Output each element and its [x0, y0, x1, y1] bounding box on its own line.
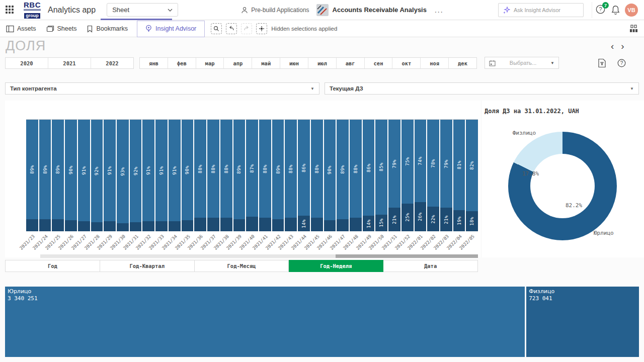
treemap-block-Юрлицо[interactable]: Юрлицо3 340 251	[5, 287, 525, 357]
tab-Год[interactable]: Год	[5, 260, 100, 272]
bar-2021/42[interactable]: 89%	[272, 120, 284, 231]
notifications-button[interactable]	[611, 5, 620, 15]
month-filter-апр[interactable]: апр	[223, 58, 252, 68]
bar-2021/36[interactable]: 88%	[194, 120, 206, 231]
bar-2021/50[interactable]: 85%15%	[375, 120, 387, 231]
lightbulb-pin-icon	[145, 25, 152, 33]
month-filter-июл[interactable]: июл	[308, 58, 336, 68]
sheet-help-button[interactable]: ?	[617, 59, 626, 67]
sheet-selector-dropdown[interactable]: Sheet	[107, 3, 178, 17]
month-filter-янв[interactable]: янв	[140, 58, 168, 68]
year-filter-2021[interactable]: 2021	[48, 58, 91, 68]
bar-2022/05[interactable]: 82%18%	[466, 120, 478, 231]
bar-2022/02[interactable]: 78%22%	[427, 120, 439, 231]
tab-Год-Месяц[interactable]: Год-Месяц	[195, 260, 289, 272]
sheet-toolbar: Assets Sheets Bookmarks Insight Advisor	[0, 21, 644, 37]
bar-2021/31[interactable]: 92%	[130, 120, 142, 231]
user-avatar[interactable]: VB	[625, 4, 638, 17]
bar-2021/27[interactable]: 91%	[78, 120, 90, 231]
bar-2021/29[interactable]: 91%	[104, 120, 116, 231]
bar-2021/33[interactable]: 91%	[155, 120, 168, 231]
tab-Год-Неделя[interactable]: Год-Неделя	[289, 260, 383, 272]
treemap-label: Юрлицо3 340 251	[8, 288, 38, 302]
assets-button[interactable]: Assets	[0, 21, 41, 37]
stacked-bars: 89%89%89%90%91%92%91%93%92%91%91%91%90%8…	[26, 119, 478, 231]
donut-slice-value-fizlico: 17.8%	[522, 170, 539, 177]
next-sheet-button[interactable]: ›	[621, 41, 624, 51]
bar-top-label: 91%	[146, 166, 151, 175]
donut-slice-label-yurlico: Юрлицо	[594, 230, 614, 236]
donut-chart[interactable]	[508, 132, 617, 240]
tab-Дата[interactable]: Дата	[383, 260, 478, 272]
filter-label: Тип контрагента	[10, 85, 57, 92]
chart-scrollbar[interactable]	[40, 254, 478, 258]
clear-selections-button[interactable]	[256, 23, 267, 34]
month-filter-авг[interactable]: авг	[336, 58, 364, 68]
bar-2021/28[interactable]: 92%	[91, 120, 103, 231]
sheet-layout-button[interactable]	[629, 25, 638, 33]
bar-2021/45[interactable]: 88%	[311, 120, 323, 231]
bar-2021/24[interactable]: 89%	[39, 120, 51, 231]
svg-text:?: ?	[599, 6, 602, 12]
bar-2021/48[interactable]: 88%	[350, 120, 362, 231]
bar-2021/47[interactable]: 89%	[337, 120, 349, 231]
bar-2021/34[interactable]: 91%	[169, 120, 181, 231]
step-forward-button[interactable]	[241, 23, 252, 34]
sheet-page-title: ДОЛЯ	[6, 38, 46, 54]
smart-search-button[interactable]	[211, 23, 222, 34]
insight-advisor-search[interactable]: Ask Insight Advisor	[498, 3, 584, 17]
month-filter-июн[interactable]: июн	[280, 58, 308, 68]
bar-2021/40[interactable]: 87%	[246, 120, 258, 231]
bookmarks-button[interactable]: Bookmarks	[82, 21, 133, 37]
bar-2021/35[interactable]: 90%	[182, 120, 194, 231]
bar-2022/04[interactable]: 81%19%	[453, 120, 465, 231]
bar-2021/25[interactable]: 89%	[52, 120, 64, 231]
month-filter-окт[interactable]: окт	[392, 58, 420, 68]
treemap-block-Физлицо[interactable]: Физлицо723 041	[526, 287, 639, 357]
document-filter-icon	[598, 58, 606, 68]
bar-2021/44[interactable]: 86%14%	[298, 120, 310, 231]
bar-2021/38[interactable]: 88%	[220, 120, 232, 231]
prev-sheet-button[interactable]: ‹	[611, 41, 614, 51]
year-filter-2022[interactable]: 2022	[91, 58, 133, 68]
month-filter-май[interactable]: май	[252, 58, 280, 68]
tab-Год-Квартал[interactable]: Год-Квартал	[100, 260, 195, 272]
bar-2021/26[interactable]: 90%	[65, 120, 77, 231]
bar-top-label: 88%	[198, 164, 203, 173]
bar-2021/49[interactable]: 86%14%	[363, 120, 375, 231]
bar-top-label: 91%	[159, 166, 164, 175]
bar-2021/52[interactable]: 75%25%	[401, 120, 414, 231]
bar-2022/01[interactable]: 74%26%	[415, 120, 427, 231]
app-launcher-icon[interactable]	[6, 6, 15, 15]
filter-label: Текущая ДЗ	[330, 85, 363, 92]
help-button[interactable]: ? 7	[596, 5, 607, 16]
filter-current-receivables[interactable]: Текущая ДЗ ▼	[325, 82, 639, 95]
prebuild-applications-button[interactable]: Pre-build Applications	[241, 7, 309, 14]
date-picker-dropdown[interactable]: Выбрать... ▼	[485, 57, 559, 69]
selections-document-button[interactable]	[598, 58, 606, 68]
month-filter-дек[interactable]: дек	[448, 58, 476, 68]
step-back-button[interactable]	[226, 23, 237, 34]
bar-2022/03[interactable]: 79%21%	[440, 120, 452, 231]
bar-2021/32[interactable]: 91%	[142, 120, 154, 231]
sheets-button[interactable]: Sheets	[41, 21, 82, 37]
insight-advisor-button[interactable]: Insight Advisor	[137, 21, 205, 37]
bar-2021/37[interactable]: 88%	[207, 120, 219, 231]
bar-2021/23[interactable]: 89%	[26, 120, 38, 231]
chart-scrollbar-thumb[interactable]	[336, 254, 478, 258]
filter-counterparty-type[interactable]: Тип контрагента ▼	[5, 82, 319, 95]
year-filter-2020[interactable]: 2020	[6, 58, 48, 68]
bar-2021/39[interactable]: 89%	[233, 120, 246, 231]
bar-2021/46[interactable]: 90%	[324, 120, 336, 231]
bar-2021/41[interactable]: 88%	[259, 120, 271, 231]
bar-2021/51[interactable]: 79%21%	[388, 120, 400, 231]
chevron-down-icon	[168, 9, 173, 12]
more-options-button[interactable]: ...	[435, 6, 444, 14]
month-filter-ноя[interactable]: ноя	[420, 58, 448, 68]
bar-2021/43[interactable]: 88%	[285, 120, 297, 231]
rbc-group-logo: RBC group	[24, 1, 41, 19]
month-filter-сен[interactable]: сен	[364, 58, 392, 68]
month-filter-фев[interactable]: фев	[168, 58, 196, 68]
bar-2021/30[interactable]: 93%	[117, 120, 129, 231]
month-filter-мар[interactable]: мар	[196, 58, 224, 68]
